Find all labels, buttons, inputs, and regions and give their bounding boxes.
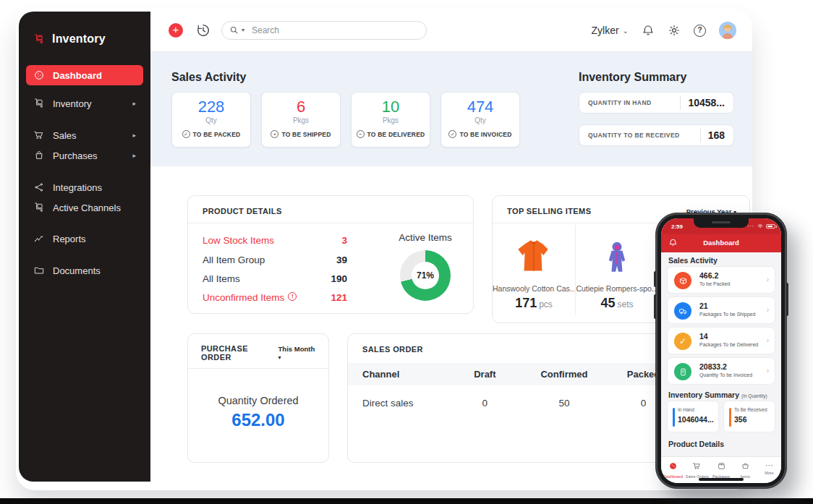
- metric-label: Packages To be Delivered: [699, 342, 758, 347]
- phone-speaker: [712, 221, 731, 223]
- app-window: Inventory Dashboard Inventory ▸ Sale: [16, 9, 752, 490]
- row-label: All Items: [203, 273, 240, 284]
- sidebar-item-active-channels[interactable]: Active Channels: [26, 197, 143, 218]
- sidebar-item-dashboard[interactable]: Dashboard: [26, 65, 143, 85]
- to-be-packed-card[interactable]: 228 Qty ✓TO BE PACKED: [171, 92, 251, 148]
- metric-value: 14: [699, 332, 708, 341]
- to-be-delivered-card[interactable]: 10 Pkgs −TO BE DELIVERED: [351, 92, 430, 148]
- item-name: Cutiepie Rompers-spo...: [576, 284, 658, 293]
- active-items-donut: 71%: [400, 250, 451, 301]
- summary-label: QUANTITY IN HAND: [579, 99, 680, 106]
- cell-channel: Direct sales: [348, 398, 449, 409]
- channels-icon: [33, 202, 45, 213]
- active-items-widget: Active Items 71%: [386, 232, 465, 301]
- card-title: PRODUCT DETAILS: [203, 207, 282, 215]
- chevron-right-icon: ›: [767, 306, 769, 314]
- tab-label: Dashboard: [661, 474, 685, 479]
- mini-value: 356: [734, 415, 747, 424]
- sidebar: Inventory Dashboard Inventory ▸ Sale: [19, 12, 150, 482]
- search-scope-caret-icon[interactable]: ▾: [242, 27, 244, 33]
- item-qty: 45: [600, 296, 615, 310]
- search-bar[interactable]: ▾: [221, 21, 427, 40]
- phone-nav-bar: Dashboard: [661, 234, 781, 252]
- integrations-icon: [33, 181, 45, 193]
- phone-sales-activity-heading: Sales Activity: [668, 256, 718, 265]
- sidebar-item-inventory[interactable]: Inventory ▸: [26, 93, 143, 114]
- clock-time: 2:59: [671, 223, 683, 230]
- wifi-icon: [757, 223, 764, 229]
- row-label: All Item Group: [203, 255, 265, 265]
- org-selector[interactable]: Zylker ⌄: [591, 25, 629, 36]
- dashboard-icon: [33, 69, 45, 81]
- avatar[interactable]: [719, 22, 736, 39]
- quick-create-button[interactable]: +: [169, 23, 183, 38]
- invoice-icon: [674, 363, 691, 380]
- phone-volume-button: [654, 271, 656, 287]
- cell-draft: 0: [449, 398, 522, 409]
- metric-value: 228: [172, 98, 250, 116]
- low-stock-items-row[interactable]: Low Stock Items 3: [203, 235, 347, 246]
- circle-dot-icon: ●: [271, 130, 278, 138]
- reports-icon: [33, 233, 45, 244]
- sidebar-item-purchases[interactable]: Purchases ▸: [26, 145, 143, 166]
- sidebar-item-integrations[interactable]: Integrations: [26, 177, 143, 197]
- to-be-invoiced-card[interactable]: 474 Qty ✓TO BE INVOICED: [440, 92, 520, 148]
- metric-value: 21: [699, 302, 708, 310]
- purchase-order-card: PURCHASE ORDER This Month ▾ Quantity Ord…: [187, 333, 329, 463]
- quantity-to-be-received-row: QUANTITY TO BE RECEIVED 168: [579, 124, 734, 146]
- metric-unit: Qty: [441, 116, 519, 124]
- metric-label: TO BE DELIVERED: [367, 131, 425, 138]
- cart-tab-icon: [692, 461, 702, 471]
- sidebar-item-documents[interactable]: Documents: [26, 260, 143, 281]
- metric-label: To be Packed: [699, 281, 730, 286]
- filter-label: This Month: [278, 345, 315, 353]
- top-item-1[interactable]: Hanswooly Cotton Cas... 171pcs: [493, 228, 575, 311]
- home-indicator: [699, 478, 744, 481]
- info-alert-icon: !: [288, 292, 297, 301]
- column-header: Confirmed: [521, 369, 608, 380]
- phone-in-hand-card[interactable]: In Hand 1046044...: [667, 401, 719, 432]
- tab-more[interactable]: ⋯ More: [757, 457, 781, 483]
- search-input[interactable]: [252, 25, 396, 35]
- tab-dashboard[interactable]: Dashboard: [661, 457, 685, 483]
- floor-line: [0, 498, 813, 504]
- signal-icon: ···: [747, 224, 754, 228]
- phone-to-be-shipped-card[interactable]: 21 Packages To be Shipped ›: [667, 296, 775, 324]
- check-icon: ✓: [674, 333, 691, 350]
- row-value: 190: [331, 273, 347, 284]
- all-items-row[interactable]: All Items 190: [203, 273, 347, 284]
- truck-icon: [674, 302, 691, 320]
- avatar-image: [719, 22, 736, 39]
- card-title: TOP SELLING ITEMS: [507, 207, 591, 215]
- recent-history-icon[interactable]: [195, 22, 211, 38]
- settings-gear-icon[interactable]: [668, 24, 681, 37]
- submenu-arrow-icon: ▸: [132, 132, 136, 139]
- donut-percent: 71%: [412, 262, 439, 289]
- inventory-icon: [33, 98, 45, 109]
- metric-unit: Pkgs: [262, 116, 340, 124]
- period-filter-dropdown[interactable]: This Month ▾: [278, 345, 318, 361]
- notifications-bell-icon[interactable]: [642, 24, 655, 37]
- romper-product-image: [576, 228, 658, 280]
- to-be-shipped-card[interactable]: 6 Pkgs ●TO BE SHIPPED: [261, 92, 341, 148]
- help-icon[interactable]: ?: [694, 25, 706, 37]
- row-value: 3: [341, 235, 347, 246]
- quantity-in-hand-row: QUANTITY IN HAND 10458...: [579, 92, 734, 114]
- sidebar-item-reports[interactable]: Reports: [26, 228, 143, 249]
- unconfirmed-items-row[interactable]: Unconfirmed Items ! 121: [203, 292, 347, 303]
- phone-to-be-invoiced-card[interactable]: 20833.2 Quantity To be Invoiced ›: [667, 357, 775, 385]
- phone-to-be-received-card[interactable]: To Be Received 356: [723, 401, 775, 432]
- item-unit: pcs: [539, 299, 553, 309]
- product-details-card: PRODUCT DETAILS Low Stock Items 3 All It…: [187, 195, 474, 314]
- phone-to-be-packed-card[interactable]: 466.2 To be Packed ›: [667, 266, 775, 294]
- bag-icon: [33, 150, 45, 161]
- column-header: Draft: [449, 369, 522, 380]
- row-value: 39: [336, 255, 347, 265]
- phone-to-be-delivered-card[interactable]: ✓ 14 Packages To be Delivered ›: [667, 327, 775, 354]
- all-item-group-row[interactable]: All Item Group 39: [203, 255, 347, 265]
- basket-tab-icon: [741, 461, 750, 471]
- sidebar-item-label: Documents: [53, 265, 136, 276]
- sidebar-item-sales[interactable]: Sales ▸: [26, 125, 143, 145]
- row-value: 121: [331, 292, 347, 303]
- top-item-2[interactable]: Cutiepie Rompers-spo... 45sets: [576, 228, 658, 311]
